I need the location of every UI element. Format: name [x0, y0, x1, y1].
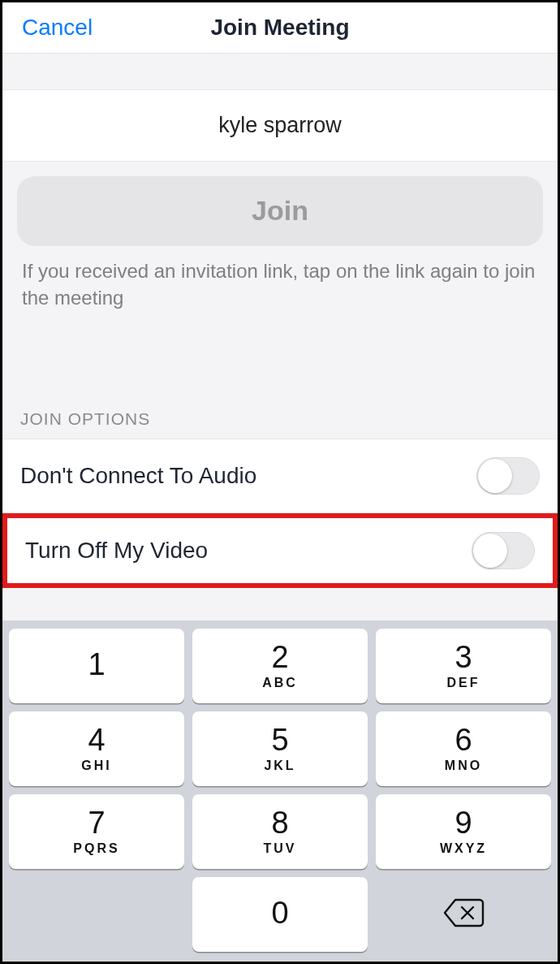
key-blank — [9, 877, 184, 952]
spacer — [2, 54, 558, 90]
highlight-frame: Turn Off My Video — [2, 513, 558, 588]
option-label: Don't Connect To Audio — [20, 463, 256, 489]
key-7[interactable]: 7PQRS — [9, 794, 184, 869]
page-title: Join Meeting — [210, 15, 349, 41]
key-4[interactable]: 4GHI — [9, 711, 184, 786]
numeric-keypad: 1 2ABC 3DEF 4GHI 5JKL 6MNO 7PQRS 8TUV 9W… — [2, 620, 558, 962]
option-label: Turn Off My Video — [25, 538, 208, 564]
join-button[interactable]: Join — [17, 176, 543, 246]
spacer — [2, 588, 558, 620]
join-section: Join If you received an invitation link,… — [2, 162, 558, 312]
backspace-key[interactable] — [376, 877, 551, 952]
option-dont-connect-audio[interactable]: Don't Connect To Audio — [2, 439, 558, 513]
key-2[interactable]: 2ABC — [192, 629, 368, 703]
key-0[interactable]: 0 — [192, 877, 368, 952]
join-options-header: JOIN OPTIONS — [2, 312, 558, 439]
key-5[interactable]: 5JKL — [192, 711, 368, 786]
toggle-dont-connect-audio[interactable] — [476, 457, 540, 495]
key-3[interactable]: 3DEF — [376, 629, 551, 703]
key-6[interactable]: 6MNO — [376, 711, 551, 786]
name-input[interactable]: kyle sparrow — [2, 90, 558, 162]
key-8[interactable]: 8TUV — [192, 794, 368, 869]
nav-bar: Cancel Join Meeting — [2, 2, 558, 54]
option-turn-off-video[interactable]: Turn Off My Video — [7, 518, 553, 583]
key-9[interactable]: 9WXYZ — [376, 794, 551, 869]
cancel-button[interactable]: Cancel — [22, 15, 93, 41]
backspace-icon — [442, 897, 485, 932]
key-1[interactable]: 1 — [9, 629, 184, 703]
toggle-turn-off-video[interactable] — [472, 532, 535, 569]
join-hint: If you received an invitation link, tap … — [17, 246, 543, 312]
